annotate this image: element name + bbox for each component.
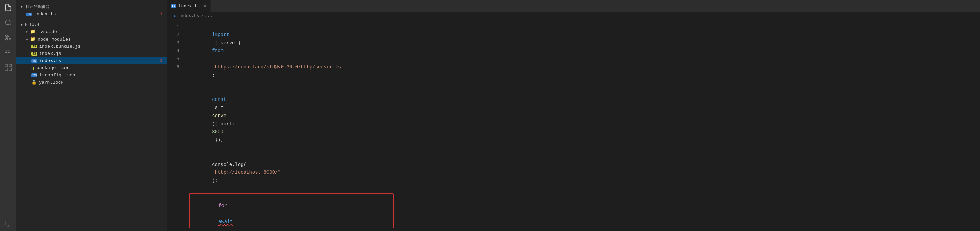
- docker-icon[interactable]: [3, 48, 13, 57]
- editor-tabs: TS index.ts ✕: [167, 0, 980, 12]
- token: });: [212, 137, 223, 143]
- sidebar-item-vscode[interactable]: ▶ 📁 .vscode: [16, 28, 167, 35]
- breadcrumb-rest: ...: [204, 13, 212, 18]
- remote-icon[interactable]: [3, 219, 13, 228]
- chevron-right-icon: ▶: [26, 30, 28, 34]
- token: "http://localhost:8000/": [212, 170, 281, 175]
- breadcrumb-ts-icon: TS: [172, 14, 177, 18]
- js-file-icon: JS: [32, 45, 37, 48]
- svg-rect-15: [5, 221, 11, 225]
- highlighted-block: for await ( const req of s) { req.respon…: [189, 193, 394, 228]
- token: [212, 56, 215, 62]
- token: console.log(: [212, 162, 247, 167]
- json-file-icon: {}: [32, 66, 35, 70]
- open-editors-header: ▼ 打开的编辑器: [16, 2, 167, 11]
- svg-rect-11: [5, 64, 8, 67]
- svg-rect-9: [9, 52, 10, 53]
- folder-header: ▼ 0.31.0: [16, 20, 167, 28]
- svg-rect-8: [8, 51, 8, 52]
- sidebar-item-package-json[interactable]: {} package.json: [16, 64, 167, 71]
- svg-point-0: [6, 20, 10, 25]
- token: 8000: [212, 129, 223, 134]
- token: const: [212, 97, 226, 102]
- sidebar-item-index-ts[interactable]: TS index.ts 1: [16, 57, 167, 64]
- folder-icon: 📁: [30, 29, 35, 35]
- sidebar-item-node-modules[interactable]: ▶ 📁 node_modules: [16, 35, 167, 43]
- token: (: [218, 227, 224, 228]
- code-content: import { serve } from "https://deno.land…: [184, 23, 980, 228]
- token: await: [218, 219, 233, 225]
- tab-index-ts[interactable]: TS index.ts ✕: [167, 0, 210, 12]
- svg-point-2: [9, 38, 11, 40]
- token: serve: [212, 113, 226, 119]
- breadcrumb-filename: index.ts: [178, 13, 199, 18]
- chevron-down-icon: ▼: [21, 22, 23, 27]
- token: ;: [212, 73, 215, 78]
- svg-rect-14: [9, 68, 11, 71]
- token: );: [212, 178, 218, 183]
- tsconfig-icon: TS: [32, 73, 37, 78]
- code-line-2: const s = serve ({ port: 8000 });: [189, 87, 975, 152]
- code-editor: 1 2 3 4 5 6 import { serve } from "https…: [167, 20, 980, 231]
- line-numbers: 1 2 3 4 5 6: [167, 23, 184, 228]
- extensions-icon[interactable]: [3, 63, 13, 72]
- svg-rect-10: [6, 51, 8, 52]
- svg-rect-7: [8, 52, 8, 53]
- sidebar-item-yarn-lock[interactable]: 🔒 yarn.lock: [16, 79, 167, 86]
- js-file-icon: JS: [32, 52, 37, 55]
- token: "https://deno.land/std@v0.30.0/http/serv…: [212, 64, 344, 70]
- code-line-1: import { serve } from "https://deno.land…: [189, 23, 975, 87]
- sidebar-item-index-bundle-js[interactable]: JS index.bundle.js: [16, 43, 167, 50]
- svg-rect-12: [9, 64, 11, 67]
- token: { serve }: [212, 40, 243, 46]
- breadcrumb-sep: >: [200, 13, 204, 18]
- open-editors-section: ▼ 打开的编辑器 TS index.ts 1: [16, 0, 167, 19]
- editor-area: TS index.ts ✕ TS index.ts > ... 1 2 3 4 …: [167, 0, 980, 231]
- chevron-down-icon: ▼: [21, 5, 23, 9]
- ts-file-icon: TS: [32, 59, 37, 63]
- ts-file-icon: TS: [26, 13, 32, 16]
- search-icon[interactable]: [3, 18, 13, 27]
- svg-point-3: [6, 35, 8, 37]
- svg-line-1: [10, 24, 11, 25]
- open-editor-index-ts[interactable]: TS index.ts 1: [16, 11, 167, 18]
- code-line-3: console.log( "http://localhost:8000/" );: [189, 153, 975, 193]
- chevron-right-icon: ▶: [26, 37, 28, 41]
- sidebar-item-index-js[interactable]: JS index.js: [16, 50, 167, 57]
- lock-icon: 🔒: [32, 80, 37, 85]
- svg-rect-5: [5, 52, 6, 53]
- token: [218, 211, 221, 216]
- token: import: [212, 32, 229, 38]
- code-line-4: for await ( const req of s) {: [190, 194, 393, 228]
- token: for: [218, 203, 227, 209]
- ts-tab-icon: TS: [170, 5, 177, 8]
- source-control-icon[interactable]: [3, 33, 13, 42]
- activity-bar: [0, 0, 16, 231]
- close-tab-icon[interactable]: ✕: [204, 4, 206, 9]
- sidebar-item-tsconfig-json[interactable]: TS tsconfig.json: [16, 71, 167, 79]
- token: s =: [212, 105, 226, 111]
- files-icon[interactable]: [3, 3, 13, 12]
- breadcrumb: TS index.ts > ...: [167, 12, 980, 20]
- svg-rect-6: [6, 52, 8, 53]
- token: from: [212, 48, 223, 54]
- folder-section: ▼ 0.31.0 ▶ 📁 .vscode ▶ 📁 node_modules JS…: [16, 19, 167, 87]
- sidebar: ▼ 打开的编辑器 TS index.ts 1 ▼ 0.31.0 ▶ 📁 .vsc…: [16, 0, 167, 231]
- token: ({ port:: [212, 121, 238, 127]
- svg-rect-13: [5, 68, 8, 71]
- folder-icon: 📁: [30, 36, 35, 42]
